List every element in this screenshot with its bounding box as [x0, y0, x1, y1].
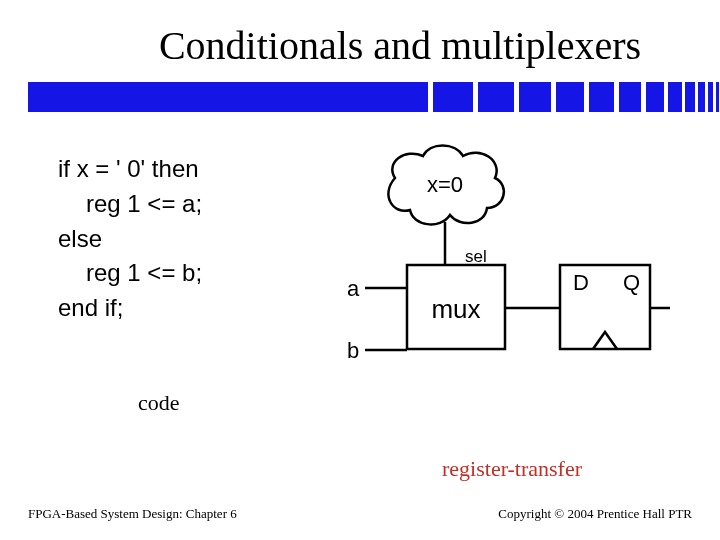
input-b-label: b: [347, 338, 359, 363]
footer-left: FPGA-Based System Design: Chapter 6: [28, 506, 237, 522]
diagram: x=0 sel mux a b D Q: [335, 140, 675, 400]
slide-title: Conditionals and multiplexers: [0, 0, 720, 75]
register-transfer-label: register-transfer: [442, 456, 582, 482]
mux-text: mux: [431, 294, 480, 324]
code-line: reg 1 <= b;: [86, 256, 202, 291]
cloud-text: x=0: [427, 172, 463, 197]
d-label: D: [573, 270, 589, 295]
decorative-bar: [28, 82, 696, 112]
sel-label: sel: [465, 247, 487, 266]
code-line: else: [58, 222, 202, 257]
code-line: if x = ' 0' then: [58, 152, 202, 187]
input-a-label: a: [347, 276, 360, 301]
footer-right: Copyright © 2004 Prentice Hall PTR: [498, 506, 692, 522]
code-label: code: [138, 390, 180, 416]
code-block: if x = ' 0' then reg 1 <= a; else reg 1 …: [58, 152, 202, 326]
code-line: end if;: [58, 291, 202, 326]
code-line: reg 1 <= a;: [86, 187, 202, 222]
q-label: Q: [623, 270, 640, 295]
